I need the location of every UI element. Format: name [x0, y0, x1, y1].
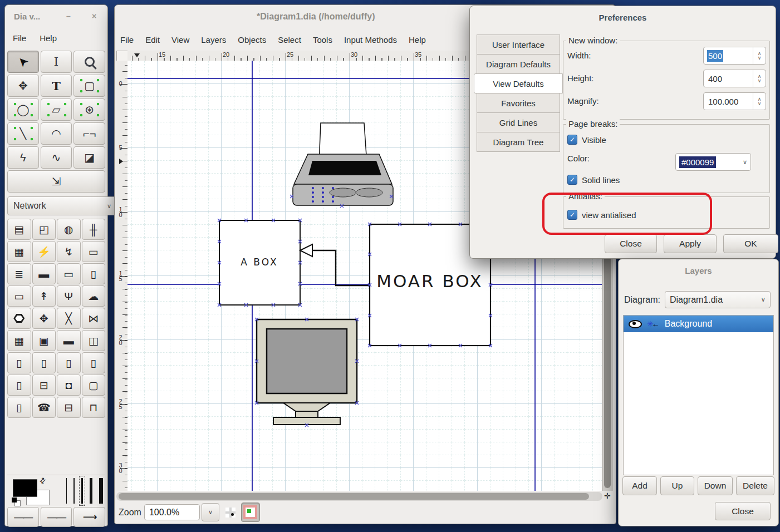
tab-favorites[interactable]: Favorites: [477, 93, 560, 113]
network-workstation[interactable]: ▣: [32, 330, 56, 351]
line-width-3-selected[interactable]: [81, 478, 83, 504]
network-modem[interactable]: ▭: [82, 241, 106, 262]
layers-titlebar[interactable]: Layers: [619, 259, 778, 282]
tab-grid-lines[interactable]: Grid Lines: [477, 112, 560, 132]
layer-add[interactable]: Add: [622, 476, 657, 495]
network-modem-2[interactable]: ▭: [7, 285, 31, 307]
foreground-color-swatch[interactable]: [13, 479, 37, 497]
ellipse-tool[interactable]: ◯: [7, 98, 39, 121]
layer-up[interactable]: Up: [660, 476, 694, 495]
network-tower-3[interactable]: ▯: [57, 352, 81, 373]
magnify-spinner[interactable]: 100.000 ∧∨: [703, 92, 766, 110]
outline-tool[interactable]: ⇲: [7, 170, 105, 193]
network-bus[interactable]: ╫: [82, 219, 106, 240]
network-tower-4[interactable]: ▯: [82, 352, 106, 373]
network-atm-switch[interactable]: ⋈: [82, 308, 106, 329]
line-width-2[interactable]: [73, 478, 75, 504]
network-modem-small[interactable]: ▬: [57, 330, 81, 351]
prefs-apply[interactable]: Apply: [664, 234, 717, 253]
menu-input-methods[interactable]: Input Methods: [344, 35, 397, 45]
toolbox-menu-file[interactable]: File: [13, 33, 26, 43]
snap-to-objects-toggle[interactable]: [241, 503, 260, 522]
tab-diagram-tree[interactable]: Diagram Tree: [477, 132, 560, 152]
menu-tools[interactable]: Tools: [313, 35, 332, 45]
zoom-dropdown-button[interactable]: ∨: [202, 503, 219, 521]
prefs-ok[interactable]: OK: [723, 234, 778, 253]
close-icon[interactable]: ×: [89, 11, 100, 22]
pointer-tool[interactable]: ➤: [7, 51, 39, 73]
line-end-style-button[interactable]: ——: [41, 507, 72, 527]
network-cloud[interactable]: ☁: [82, 285, 106, 307]
box-tool[interactable]: ▢: [73, 75, 105, 97]
height-spinner[interactable]: 400 ∧∨: [703, 70, 766, 87]
network-mobile-device[interactable]: ▯: [7, 397, 31, 418]
network-hexagon[interactable]: [7, 308, 31, 329]
tab-view-defaults[interactable]: View Defaults: [474, 73, 563, 93]
spinner-arrows-icon[interactable]: ∧∨: [753, 93, 766, 110]
polygon-tool[interactable]: ▱: [41, 98, 72, 121]
zigzagline-tool[interactable]: ⌐¬: [73, 122, 105, 145]
scroll-tool[interactable]: ✥: [7, 75, 39, 97]
prefs-close[interactable]: Close: [605, 234, 657, 253]
toolbox-titlebar[interactable]: Dia v... – ×: [5, 5, 107, 27]
default-colors-icon[interactable]: [12, 497, 19, 505]
network-router[interactable]: ✥: [32, 308, 56, 329]
network-tower-1[interactable]: ▯: [7, 352, 31, 373]
line-width-1[interactable]: [66, 478, 67, 504]
visibility-eye-icon[interactable]: [629, 320, 642, 328]
network-rack[interactable]: ≣: [7, 263, 31, 284]
layers-close-button[interactable]: Close: [715, 502, 771, 520]
pan-widget-icon[interactable]: ✛: [604, 491, 611, 500]
solid-lines-checkbox-row[interactable]: Solid lines: [567, 175, 620, 185]
network-radio-tower[interactable]: ↟: [32, 285, 56, 307]
network-tower-5[interactable]: ▯: [7, 375, 31, 396]
width-spinner[interactable]: 500 ∧∨: [703, 47, 766, 65]
layer-down[interactable]: Down: [698, 476, 733, 495]
network-tower-2[interactable]: ▯: [32, 352, 56, 373]
visible-checkbox-row[interactable]: Visible: [567, 135, 606, 145]
network-monitor[interactable]: ◰: [32, 219, 56, 240]
network-switch[interactable]: ╳: [57, 308, 81, 329]
network-terminal[interactable]: ◫: [82, 330, 106, 351]
network-mobile-phone[interactable]: ▯: [82, 263, 106, 284]
text-edit-tool[interactable]: I: [41, 51, 72, 73]
menu-view[interactable]: View: [171, 35, 189, 45]
checkbox-checked-icon[interactable]: [567, 175, 577, 185]
line-width-5[interactable]: [99, 478, 103, 504]
menu-file[interactable]: File: [120, 35, 134, 45]
zoom-input[interactable]: [144, 504, 200, 520]
arrow-style-button[interactable]: ⟶: [73, 507, 105, 527]
magnify-tool[interactable]: [73, 51, 105, 73]
spinner-arrows-icon[interactable]: ∧∨: [753, 70, 766, 87]
tab-user-interface[interactable]: User Interface: [477, 35, 560, 55]
menu-objects[interactable]: Objects: [238, 35, 266, 45]
toolbox-menu-help[interactable]: Help: [40, 33, 57, 43]
network-firewall[interactable]: ▦: [7, 330, 31, 351]
layer-list[interactable]: ✳← Background: [623, 315, 774, 475]
network-storage-unit[interactable]: ◘: [57, 375, 81, 396]
network-plotter[interactable]: ⊟: [57, 397, 81, 418]
line-width-4[interactable]: [90, 478, 92, 504]
line-tool[interactable]: ╲: [7, 122, 39, 145]
checkbox-checked-icon[interactable]: [567, 210, 577, 220]
network-server[interactable]: ▤: [7, 219, 31, 240]
network-desktop-pc[interactable]: ▢: [82, 375, 106, 396]
network-patch-panel[interactable]: ▭: [57, 263, 81, 284]
image-tool[interactable]: ◪: [73, 146, 105, 169]
text-tool[interactable]: T: [41, 75, 72, 97]
minimize-icon[interactable]: –: [63, 11, 74, 22]
network-antenna[interactable]: Ψ: [57, 285, 81, 307]
sheet-selector[interactable]: Network ∨: [7, 196, 117, 215]
network-floppy-disk[interactable]: ⊟: [32, 375, 56, 396]
network-printer[interactable]: ▦: [7, 241, 31, 262]
network-telephone[interactable]: ☎: [32, 397, 56, 418]
arc-tool[interactable]: ◠: [41, 122, 72, 145]
network-hub[interactable]: ▬: [32, 263, 56, 284]
menu-help[interactable]: Help: [409, 35, 426, 45]
menu-edit[interactable]: Edit: [145, 35, 160, 45]
connectable-icon[interactable]: ✳←: [647, 319, 660, 328]
layer-row-background[interactable]: ✳← Background: [624, 316, 773, 332]
box-a-shape[interactable]: A BOX: [219, 220, 300, 305]
network-digitizer[interactable]: ⊓: [82, 397, 106, 418]
layer-delete[interactable]: Delete: [736, 476, 774, 495]
